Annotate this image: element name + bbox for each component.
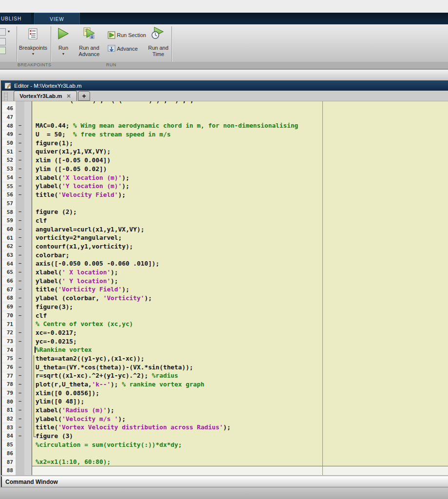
breakpoint-alley[interactable]: – [16, 216, 24, 225]
breakpoint-alley[interactable]: – [16, 259, 24, 268]
breakpoint-alley[interactable]: – [16, 156, 24, 165]
run-and-advance-icon[interactable] [82, 27, 96, 40]
breakpoint-alley[interactable]: – [16, 225, 24, 234]
breakpoint-alley[interactable]: – [16, 173, 24, 182]
code-text[interactable]: xc=-0.0217; [32, 328, 448, 337]
code-text[interactable]: figure(3); [32, 303, 448, 311]
code-text[interactable]: title('Vortex Velocity distribution acro… [32, 423, 448, 432]
code-text[interactable]: xlabel(' X location'); [32, 268, 448, 277]
run-and-advance-button[interactable]: Run and [79, 45, 99, 51]
clipped-toolbar-icon[interactable] [0, 47, 6, 54]
breakpoint-alley[interactable] [16, 199, 24, 208]
code-text[interactable]: title('Velocity Field'); [32, 191, 448, 199]
code-text[interactable]: figure (3) [32, 432, 448, 441]
run-button[interactable]: Run [58, 45, 68, 51]
code-editor-body[interactable]: ' ( ' ' ) , ( ( ' - ' ) ) , ) ; ,464748–… [2, 101, 448, 475]
breakpoint-alley[interactable]: – [16, 191, 24, 199]
code-text[interactable]: %circulation = sum(vorticity(:))*dx*dy; [32, 441, 448, 449]
editor-title-bar[interactable]: Editor - M:\VortexYr3Lab.m [2, 80, 448, 91]
breakpoint-alley[interactable] [16, 449, 24, 458]
code-text[interactable]: ylabel('Velocity m/s '); [32, 415, 448, 423]
run-and-time-button[interactable]: Run and [148, 45, 168, 51]
code-text[interactable]: U = 50; % free stream speed in m/s [32, 130, 448, 139]
run-and-time-icon[interactable] [150, 27, 165, 41]
code-text[interactable]: plot(r,U_theta,'k--'); % rankine vortex … [32, 380, 448, 389]
breakpoint-alley[interactable] [16, 441, 24, 449]
code-text[interactable]: axis([-0.050 0.005 -0.060 .010]); [32, 259, 448, 268]
tab-bar-grip[interactable] [4, 92, 8, 101]
code-text[interactable]: quiver(x1,y1,VX,VY); [32, 147, 448, 156]
code-text[interactable]: %x2=x1(1:10, 60:80); [32, 458, 448, 466]
code-text[interactable]: ylim([0 48]); [32, 397, 448, 406]
code-text[interactable]: clf [32, 216, 448, 225]
code-text[interactable]: contourf(x1,y1,vorticity); [32, 242, 448, 251]
clipped-toolbar-icon[interactable] [0, 38, 6, 45]
new-tab-button[interactable]: + [78, 91, 90, 101]
breakpoints-icon[interactable] [28, 28, 37, 39]
code-text[interactable] [32, 113, 448, 122]
code-text[interactable]: vorticity=2*angularvel; [32, 233, 448, 242]
code-text[interactable]: yc=-0.0215; [32, 337, 448, 346]
breakpoint-alley[interactable]: – [16, 268, 24, 277]
run-dropdown-caret[interactable]: ▼ [62, 52, 65, 56]
breakpoints-button[interactable]: Breakpoints [19, 45, 47, 51]
breakpoint-alley[interactable]: – [16, 277, 24, 286]
run-section-button[interactable]: Run Section [117, 32, 146, 38]
code-text[interactable]: ylabel(' Y location'); [32, 277, 448, 286]
code-text[interactable]: colorbar; [32, 251, 448, 260]
file-tab[interactable]: VortexYr3Lab.m ✕ [14, 91, 77, 101]
breakpoint-alley[interactable]: – [16, 371, 24, 380]
code-text[interactable] [32, 199, 448, 208]
breakpoint-alley[interactable]: – [16, 363, 24, 372]
run-and-advance-button-line2[interactable]: Advance [79, 51, 100, 57]
breakpoint-alley[interactable]: – [16, 354, 24, 363]
breakpoint-alley[interactable] [16, 345, 24, 354]
code-text[interactable] [32, 466, 448, 475]
breakpoint-alley[interactable] [16, 113, 24, 122]
breakpoint-alley[interactable] [16, 320, 24, 328]
clipped-toolbar-icon[interactable] [0, 28, 6, 36]
advance-button[interactable]: Advance [117, 46, 138, 52]
breakpoint-alley[interactable]: – [16, 208, 24, 216]
code-text[interactable]: MAC=0.44; % Wing mean aerodynamic chord … [32, 121, 448, 130]
code-text[interactable]: theta=atan2((y1-yc),(x1-xc)); [32, 354, 448, 363]
run-icon[interactable] [57, 27, 70, 40]
breakpoint-alley[interactable]: – [16, 406, 24, 415]
code-text[interactable]: angularvel=curl(x1,y1,VX,VY); [32, 225, 448, 234]
breakpoint-alley[interactable]: – [16, 337, 24, 346]
code-text[interactable]: xlim([0 0.0856]); [32, 389, 448, 398]
breakpoint-alley[interactable]: – [16, 233, 24, 242]
breakpoint-alley[interactable]: – [16, 121, 24, 130]
command-window-titlebar[interactable]: Command Window [1, 476, 448, 487]
breakpoint-alley[interactable]: – [16, 432, 24, 441]
code-text[interactable] [32, 449, 448, 458]
code-text[interactable]: ylabel('Y location (m)'); [32, 182, 448, 191]
breakpoint-alley[interactable]: – [16, 328, 24, 337]
breakpoint-alley[interactable]: – [16, 285, 24, 294]
breakpoint-alley[interactable]: – [16, 423, 24, 432]
code-text[interactable]: figure (2); [32, 208, 448, 216]
breakpoints-dropdown-caret[interactable]: ▼ [32, 52, 35, 56]
breakpoint-alley[interactable]: – [16, 165, 24, 173]
chevron-down-icon[interactable]: ▼ [7, 30, 11, 33]
code-text[interactable]: ylim ([-0.05 0.02]) [32, 165, 448, 173]
tab-publish[interactable]: UBLISH [0, 13, 31, 24]
code-text[interactable]: title('Vorticity Field'); [32, 285, 448, 294]
code-text[interactable]: clf [32, 311, 448, 320]
breakpoint-alley[interactable]: – [16, 294, 24, 303]
run-section-icon[interactable] [107, 31, 115, 39]
breakpoint-alley[interactable] [16, 458, 24, 466]
code-text[interactable]: xlabel('X location (m)'); [32, 173, 448, 182]
breakpoint-alley[interactable]: – [16, 147, 24, 156]
breakpoint-alley[interactable]: – [16, 389, 24, 398]
breakpoint-alley[interactable] [16, 466, 24, 475]
breakpoint-alley[interactable]: – [16, 397, 24, 406]
breakpoint-alley[interactable]: – [16, 130, 24, 139]
breakpoint-alley[interactable]: – [16, 415, 24, 423]
run-and-time-button-line2[interactable]: Time [152, 51, 164, 57]
code-text[interactable]: r=sqrt((x1-xc).^2+(y1-yc).^2); %radius [32, 371, 448, 380]
breakpoint-alley[interactable] [16, 104, 24, 113]
code-text[interactable]: figure(1); [32, 139, 448, 148]
code-text[interactable]: xlabel('Radius (m)'); [32, 406, 448, 415]
tab-view[interactable]: VIEW [34, 13, 80, 25]
